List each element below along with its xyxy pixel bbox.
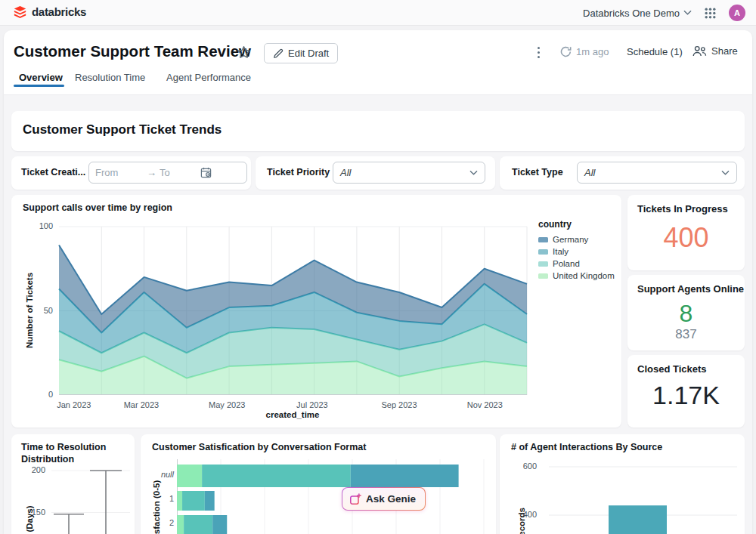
avatar[interactable]: A <box>729 5 745 21</box>
counter-secondary-value: 837 <box>627 327 745 342</box>
share-label: Share <box>711 45 738 57</box>
axis-tick-label: 100 <box>27 221 53 230</box>
legend-label: Italy <box>553 247 569 256</box>
share-people-icon <box>692 45 707 57</box>
type-select-value: All <box>584 167 595 178</box>
legend-items: GermanyItalyPolandUnited Kingdom <box>538 233 615 282</box>
chevron-down-icon <box>721 170 730 176</box>
active-tab-underline <box>14 85 64 87</box>
axis-tick-label: 600 <box>503 461 537 471</box>
edit-draft-label: Edit Draft <box>288 48 329 59</box>
axis-tick-label: Sep 2023 <box>373 400 426 409</box>
date-from-input[interactable] <box>95 167 144 178</box>
legend-label: United Kingdom <box>553 271 615 280</box>
databricks-logo[interactable]: databricks <box>14 5 86 18</box>
type-filter-label: Ticket Type <box>512 167 563 177</box>
favorite-star-button[interactable] <box>237 45 251 60</box>
area-chart-title: Support calls over time by region <box>23 202 172 214</box>
counter-title: Support Agents Online <box>637 283 744 295</box>
overflow-menu-button[interactable] <box>538 45 540 59</box>
axis-tick-label: Jan 2023 <box>48 400 101 409</box>
star-icon <box>237 45 251 60</box>
date-range-filter-label: Ticket Creati... <box>21 167 85 177</box>
databricks-logo-icon <box>14 6 26 18</box>
legend-item[interactable]: Italy <box>538 245 615 258</box>
navbar-right: Databricks One Demo A <box>583 0 745 26</box>
legend-swatch <box>538 237 548 242</box>
top-navbar: databricks Databricks One Demo A <box>0 0 756 26</box>
interactions-chart-title: # of Agent Interactions By Source <box>511 441 662 453</box>
axis-tick-label: 1 <box>141 494 174 503</box>
refresh-button[interactable]: 1m ago <box>560 46 609 57</box>
priority-select-value: All <box>340 167 351 178</box>
ask-genie-button[interactable]: Ask Genie <box>342 487 426 511</box>
axis-tick-label: 2 <box>141 518 174 527</box>
legend-swatch <box>538 273 548 279</box>
legend-item[interactable]: Poland <box>538 258 615 270</box>
counter-title: Tickets In Progress <box>637 203 728 215</box>
satisfaction-chart-plot <box>177 459 490 534</box>
counter-value: 1.17K <box>627 381 745 410</box>
schedule-button[interactable]: Schedule (1) <box>627 46 683 57</box>
type-select[interactable]: All <box>577 162 737 184</box>
legend-label: Germany <box>553 235 588 244</box>
ask-genie-label: Ask Genie <box>366 493 416 505</box>
calendar-icon <box>200 167 212 178</box>
refresh-icon <box>560 46 572 57</box>
priority-select[interactable]: All <box>333 162 485 184</box>
share-button[interactable]: Share <box>692 45 738 57</box>
date-range-input[interactable]: → <box>88 162 247 184</box>
axis-tick-label: null <box>141 470 174 479</box>
chart-legend: country GermanyItalyPolandUnited Kingdom <box>538 219 615 282</box>
interactions-chart-plot <box>543 453 737 534</box>
apps-grid-icon[interactable] <box>704 7 717 20</box>
chevron-down-icon <box>469 170 478 176</box>
legend-swatch <box>538 261 548 267</box>
axis-tick-label: 0 <box>27 390 53 399</box>
dashboard-page: databricks Databricks One Demo A Custome… <box>0 0 756 534</box>
genie-icon <box>349 493 361 505</box>
section-title: Customer Support Ticket Trends <box>23 122 222 137</box>
schedule-label: Schedule (1) <box>627 46 683 57</box>
tab-resolution-time[interactable]: Resolution Time <box>75 72 145 83</box>
legend-swatch <box>538 249 548 255</box>
priority-filter-label: Ticket Priority <box>267 167 330 177</box>
axis-tick-label: Mar 2023 <box>115 400 168 409</box>
brand-wordmark: databricks <box>32 5 86 18</box>
page-title: Customer Support Team Review <box>14 42 251 60</box>
axis-tick-label: 400 <box>503 510 537 519</box>
date-to-input[interactable] <box>160 167 197 178</box>
axis-tick-label: 150 <box>15 508 45 517</box>
axis-tick-label: 200 <box>15 465 45 474</box>
counter-title: Closed Tickets <box>637 363 707 375</box>
satisfaction-chart-title: Customer Satisfication by Conversation F… <box>152 441 366 453</box>
counter-value: 8 <box>627 300 745 328</box>
range-arrow-icon: → <box>147 167 156 178</box>
legend-label: Poland <box>553 259 580 268</box>
tab-agent-performance[interactable]: Agent Performance <box>166 72 251 83</box>
axis-tick-label: Nov 2023 <box>458 400 511 409</box>
legend-title: country <box>538 219 615 230</box>
boxplot-plot <box>50 453 135 534</box>
legend-item[interactable]: United Kingdom <box>538 270 615 282</box>
axis-tick-label: 50 <box>27 306 53 315</box>
pencil-icon <box>273 48 284 59</box>
counter-value: 400 <box>627 222 745 254</box>
area-chart-plot <box>59 227 527 395</box>
edit-draft-button[interactable]: Edit Draft <box>264 43 338 63</box>
tab-overview[interactable]: Overview <box>19 72 63 83</box>
workspace-name: Databricks One Demo <box>583 8 680 19</box>
refresh-age-label: 1m ago <box>576 46 609 57</box>
chevron-down-icon <box>683 10 692 16</box>
axis-tick-label: May 2023 <box>200 400 253 409</box>
area-chart-x-axis-title: created_time <box>266 410 320 419</box>
axis-tick-label: Jul 2023 <box>286 400 339 409</box>
workspace-switcher[interactable]: Databricks One Demo <box>583 8 692 19</box>
legend-item[interactable]: Germany <box>538 233 615 245</box>
